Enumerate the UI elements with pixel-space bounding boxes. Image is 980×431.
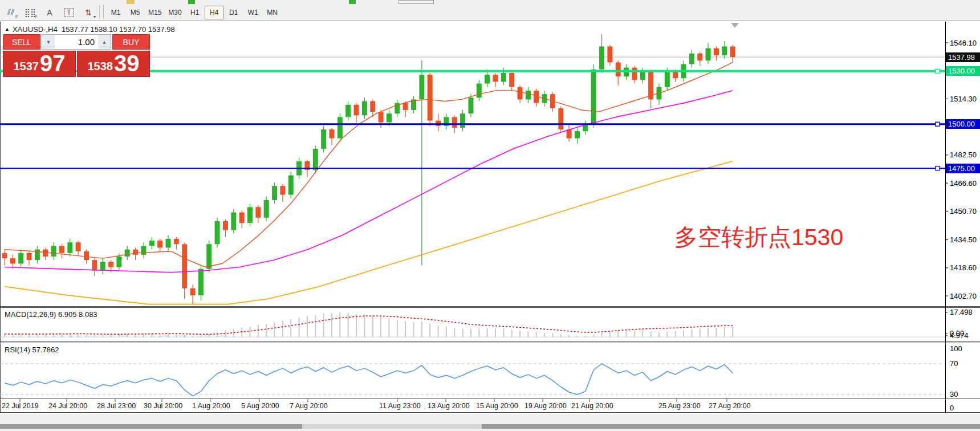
candle-body — [67, 242, 72, 253]
timeframe-M5[interactable]: M5 — [125, 6, 145, 19]
candle-body — [198, 269, 204, 295]
candle-body — [337, 117, 343, 138]
candle-body — [174, 239, 179, 244]
candle-body — [76, 242, 81, 251]
hline-handle — [936, 166, 940, 170]
chart-surface[interactable]: 1546.101514.301482.501466.601450.701434.… — [0, 21, 980, 414]
candle-body — [223, 221, 228, 230]
time-axis-label: 27 Aug 20:00 — [709, 402, 751, 410]
one-click-trade-panel: SELL ▼ 1.00 ▲ BUY 1537 97 1538 39 — [3, 34, 150, 77]
macd-indicator-label: MACD(12,26,9) 6.905 8.083 — [5, 310, 97, 319]
timeframe-MN[interactable]: MN — [263, 6, 282, 19]
symbol-period-label: XAUUSD-,H4 — [13, 25, 58, 34]
price-tick-label: 1482.50 — [950, 151, 977, 159]
price-badge: 1500.00 — [946, 119, 980, 129]
time-axis-label: 13 Aug 20:00 — [428, 402, 470, 410]
hline-handle — [936, 69, 940, 73]
candle-body — [51, 246, 56, 257]
candle-body — [231, 213, 236, 230]
volume-increase-icon[interactable]: ▲ — [98, 35, 111, 49]
candle-body — [2, 253, 7, 258]
buy-button[interactable]: BUY — [112, 34, 150, 50]
sell-price-box[interactable]: 1537 97 — [3, 51, 76, 77]
candle-body — [452, 117, 457, 128]
horizontal-scrollbar[interactable] — [0, 424, 980, 429]
chart-toolbar: ⫽⫽E⣿⣿FAT⇅▾ M1M5M15M30H1H4D1W1MN — [0, 5, 980, 21]
candle-body — [428, 75, 433, 121]
ma-slow-line — [5, 161, 733, 304]
time-axis-label: 1 Aug 20:00 — [192, 402, 230, 410]
timeframe-H1[interactable]: H1 — [185, 6, 205, 19]
price-tick-label: 1450.70 — [950, 207, 977, 216]
rsi-line — [5, 364, 733, 396]
candle-body — [370, 101, 375, 112]
candle-body — [141, 246, 146, 254]
sell-price-big: 97 — [40, 52, 66, 75]
time-axis-label: 28 Jul 23:00 — [97, 402, 136, 410]
candle-body — [288, 176, 294, 195]
candle-body — [313, 149, 318, 170]
equidistant-channel-icon[interactable]: ⫽⫽E — [2, 6, 19, 19]
time-axis-label: 15 Aug 20:00 — [476, 402, 518, 410]
candle-body — [330, 129, 335, 138]
volume-input[interactable]: 1.00 — [55, 35, 98, 49]
clipped-dropdown — [398, 0, 434, 4]
candle-body — [133, 250, 138, 255]
buy-price-box[interactable]: 1538 39 — [77, 51, 150, 77]
sell-button[interactable]: SELL — [3, 34, 40, 50]
clipped-toolbar-row — [0, 0, 980, 5]
price-tick-label: 1402.70 — [950, 292, 977, 300]
price-badge: 1475.00 — [946, 164, 980, 173]
buy-price-small: 1538 — [88, 58, 113, 75]
candle-body — [607, 47, 612, 63]
candle-body — [706, 48, 711, 61]
scrollbar-thumb[interactable] — [302, 424, 482, 429]
candle-body — [190, 288, 196, 295]
candle-body — [640, 71, 645, 80]
mt4-window: ⫽⫽E⣿⣿FAT⇅▾ M1M5M15M30H1H4D1W1MN 1546.101… — [0, 0, 980, 431]
price-tick-label: 1546.10 — [950, 39, 977, 47]
rsi-axis-label: 100 — [950, 344, 962, 353]
volume-decrease-icon[interactable]: ▼ — [42, 35, 55, 49]
toolbar-separator — [99, 6, 104, 19]
candle-body — [157, 241, 162, 247]
candle-body — [493, 75, 498, 82]
time-axis-label: 22 Jul 2019 — [2, 402, 39, 410]
candle-body — [379, 112, 384, 123]
rsi-axis-label: 30 — [950, 390, 958, 399]
timeframe-W1[interactable]: W1 — [243, 6, 263, 19]
arrow-objects-icon[interactable]: ⇅▾ — [80, 6, 97, 19]
timeframe-M1[interactable]: M1 — [106, 6, 125, 19]
candle-body — [436, 121, 441, 126]
fibonacci-grid-icon[interactable]: ⣿⣿F — [22, 6, 39, 19]
timeframe-M15[interactable]: M15 — [145, 6, 165, 19]
candle-body — [526, 91, 531, 99]
candle-body — [501, 73, 506, 82]
candle-body — [722, 47, 727, 55]
candle-body — [27, 253, 32, 260]
ma-fast-line — [5, 62, 733, 267]
timeframe-H4[interactable]: H4 — [205, 6, 224, 19]
candle-body — [616, 62, 621, 76]
collapse-marker-icon[interactable]: ▲ — [5, 26, 10, 32]
time-axis-label: 19 Aug 20:00 — [524, 402, 567, 410]
chart-shift-marker-icon — [731, 23, 739, 28]
buy-price-big: 39 — [114, 52, 140, 75]
clipped-icon — [127, 0, 135, 4]
timeframe-M30[interactable]: M30 — [165, 6, 185, 19]
time-axis-label: 11 Aug 23:00 — [379, 402, 421, 410]
candle-body — [362, 101, 367, 115]
candle-body — [403, 103, 408, 110]
time-axis-label: 30 Jul 20:00 — [144, 402, 182, 410]
text-label-icon[interactable]: A — [41, 6, 58, 19]
time-axis-label: 25 Aug 23:00 — [658, 402, 701, 410]
time-axis-label: 5 Aug 20:00 — [241, 402, 279, 410]
candle-body — [18, 253, 23, 264]
text-box-icon[interactable]: T — [60, 6, 78, 19]
candle-body — [149, 241, 154, 246]
timeframe-D1[interactable]: D1 — [224, 6, 243, 19]
volume-stepper: ▼ 1.00 ▲ — [42, 34, 111, 50]
candle-body — [575, 131, 580, 138]
candle-body — [697, 54, 702, 60]
candle-body — [264, 200, 269, 218]
